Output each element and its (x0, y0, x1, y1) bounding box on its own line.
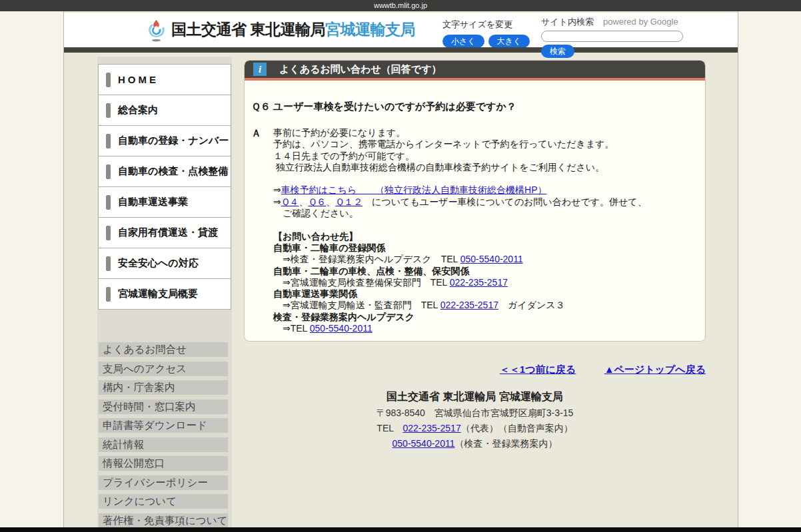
inline-link[interactable]: Ｑ６ (309, 196, 327, 207)
footer-org-name: 国土交通省 東北運輸局 宮城運輸支局 (244, 390, 706, 404)
menu-item-label: 自家用有償運送・貸渡 (118, 226, 218, 239)
answer-line: 予約は、パソコン、携帯電話からインターネットで予約を行っていただきます。 (273, 138, 647, 150)
inline-link[interactable]: 車検予約はこちら （独立行政法人自動車技術総合機構HP） (281, 184, 547, 195)
sidebar-sublinks: よくあるお問合せ支局へのアクセス構内・庁舎案内受付時間・窓口案内申請書等ダウンロ… (99, 342, 231, 532)
menu-item-label: 総合案内 (118, 104, 158, 117)
sidebar-menu-item[interactable]: 自家用有償運送・貸渡 (98, 217, 231, 248)
font-size-control: 文字サイズを変更 小さく 大きく (442, 19, 530, 48)
menu-item-label: 自動車運送事業 (118, 196, 188, 208)
answer-line: １４日先までの予約が可能です。 (273, 150, 647, 162)
menu-item-label: 宮城運輸支局概要 (118, 288, 198, 300)
answer-text: 事前に予約が必要になります。 (273, 127, 405, 138)
answer-text: 検査・登録業務案内ヘルプデスク (273, 312, 414, 322)
answer-text: ⇒TEL (273, 323, 310, 334)
answer-line: 検査・登録業務案内ヘルプデスク (273, 312, 647, 323)
answer-line: ⇒TEL 050-5540-2011 (273, 323, 647, 334)
sidebar-sublink[interactable]: 著作権・免責事項について (99, 513, 228, 528)
sidebar-menu-item[interactable]: 自動車の検査・点検整備 (98, 156, 231, 187)
inline-link[interactable]: Ｑ１２ (335, 196, 363, 207)
info-icon: i (253, 63, 267, 76)
sidebar-sublink[interactable]: 申請書等ダウンロード (99, 418, 228, 433)
header-separator-bar (64, 47, 738, 53)
sidebar-sublink[interactable]: 構内・庁舎案内 (99, 380, 228, 395)
answer-line: 【お問い合わせ先】 (273, 231, 647, 242)
search-button[interactable]: 検索 (541, 45, 574, 58)
footer-tel1-link[interactable]: 022-235-2517 (402, 423, 460, 433)
sidebar-menu-item[interactable]: 自動車の登録・ナンバー (98, 125, 231, 156)
answer-row: Ａ 事前に予約が必要になります。予約は、パソコン、携帯電話からインターネットで予… (251, 127, 696, 334)
footer-tel2-suffix: （検査・登録業務案内） (454, 438, 557, 449)
page-title: よくあるお問い合わせ（回答です） (279, 63, 442, 76)
back-link[interactable]: ＜＜1つ前に戻る (500, 364, 576, 375)
inline-link[interactable]: 050-5540-2011 (460, 254, 523, 264)
menu-item-label: 自動車の登録・ナンバー (118, 134, 229, 147)
menu-bullet-icon (106, 256, 111, 271)
site-wrapper: 国土交通省 東北運輸局宮城運輸支局 文字サイズを変更 小さく 大きく サイト内検… (63, 11, 738, 527)
qa-section: Ｑ６ ユーザー車検を受けたいのですが予約は必要ですか？ Ａ 事前に予約が必要にな… (245, 81, 705, 334)
site-title-black: 国土交通省 東北運輸局 (171, 21, 325, 38)
answer-line (273, 219, 647, 230)
sidebar-sublink[interactable]: よくあるお問合せ (99, 342, 228, 357)
answer-line: 独立行政法人自動車技術総合機構の自動車検査予約サイトをご利用ください。 (273, 162, 647, 173)
search-label: サイト内検索 (541, 17, 594, 27)
mlit-logo-icon (146, 17, 167, 42)
answer-line: 自動車・二輪車の車検、点検・整備、保安関係 (273, 266, 647, 277)
answer-text: ガイダンス３ (498, 300, 565, 310)
answer-text: 自動車・二輪車の車検、点検・整備、保安関係 (273, 266, 469, 276)
sidebar-sublink[interactable]: 統計情報 (99, 437, 228, 452)
sidebar-sublink[interactable]: リンクについて (99, 494, 228, 509)
footer-tel-line: TEL 022-235-2517（代表）（自動音声案内） (244, 423, 706, 435)
sidebar-sublink[interactable]: 支局へのアクセス (99, 362, 228, 376)
answer-text: １４日先までの予約が可能です。 (273, 150, 414, 161)
menu-item-label: HOME (118, 74, 159, 85)
sidebar-menu-item[interactable]: 自動車運送事業 (98, 186, 231, 218)
menu-bullet-icon (106, 195, 111, 210)
site-header: 国土交通省 東北運輸局宮城運輸支局 文字サイズを変更 小さく 大きく サイト内検… (64, 13, 738, 47)
answer-text: ⇒宮城運輸支局検査整備保安部門 TEL (273, 277, 450, 288)
sidebar-menu-item[interactable]: 宮城運輸支局概要 (98, 278, 231, 310)
sidebar-menu: HOME総合案内自動車の登録・ナンバー自動車の検査・点検整備自動車運送事業自家用… (97, 57, 232, 310)
faq-content-box: i よくあるお問い合わせ（回答です） Ｑ６ ユーザー車検を受けたいのですが予約は… (244, 60, 706, 342)
site-brand[interactable]: 国土交通省 東北運輸局宮城運輸支局 (146, 17, 415, 42)
sidebar-menu-item[interactable]: HOME (98, 64, 231, 95)
menu-bullet-icon (106, 134, 111, 148)
font-smaller-button[interactable]: 小さく (442, 35, 484, 48)
answer-line: 事前に予約が必要になります。 (273, 127, 647, 138)
answer-text: 【お問い合わせ先】 (273, 231, 358, 242)
menu-item-label: 安全安心への対応 (118, 257, 199, 270)
window-bottom-bar (0, 527, 801, 532)
footer-tel2-line: 050-5540-2011（検査・登録業務案内） (244, 438, 706, 450)
menu-bullet-icon (106, 73, 111, 87)
sidebar-sublink[interactable]: 情報公開窓口 (99, 456, 228, 471)
inline-link[interactable]: Ｑ４ (281, 196, 299, 207)
url-text: wwwtb.mlit.go.jp (374, 1, 427, 9)
footer: 国土交通省 東北運輸局 宮城運輸支局 〒983-8540 宮城県仙台市宮城野区扇… (244, 390, 706, 450)
sidebar-sublink[interactable]: プライバシーポリシー (99, 475, 228, 490)
font-larger-button[interactable]: 大きく (488, 35, 530, 48)
question-text: Ｑ６ ユーザー車検を受けたいのですが予約は必要ですか？ (251, 101, 696, 113)
answer-line: ⇒検査・登録業務案内ヘルプデスク TEL 050-5540-2011 (273, 254, 647, 265)
answer-body: 事前に予約が必要になります。予約は、パソコン、携帯電話からインターネットで予約を… (273, 127, 647, 334)
page-top-link[interactable]: ▲ページトップへ戻る (604, 364, 706, 375)
answer-text: 独立行政法人自動車技術総合機構の自動車検査予約サイトをご利用ください。 (273, 162, 604, 172)
answer-line: 自動車運送事業関係 (273, 288, 647, 300)
answer-text: 、 (326, 196, 335, 207)
font-size-label: 文字サイズを変更 (442, 19, 530, 31)
answer-text: ⇒検査・登録業務案内ヘルプデスク TEL (273, 254, 460, 264)
answer-text: 自動車運送事業関係 (273, 288, 357, 299)
sidebar-menu-item[interactable]: 安全安心への対応 (98, 248, 231, 279)
answer-line (273, 173, 647, 184)
site-title-blue: 宮城運輸支局 (325, 21, 415, 38)
answer-text: ⇒宮城運輸支局輸送・監査部門 TEL (273, 300, 440, 310)
answer-line: 自動車・二輪車の登録関係 (273, 242, 647, 254)
sidebar-sublink[interactable]: 受付時間・窓口案内 (99, 399, 228, 414)
site-search-input[interactable] (541, 31, 683, 42)
menu-item-label: 自動車の検査・点検整備 (118, 165, 228, 178)
answer-text: についてもユーザー車検についてのお問い合わせです。併せて、 (363, 196, 647, 207)
sidebar-menu-item[interactable]: 総合案内 (98, 95, 231, 126)
inline-link[interactable]: 022-235-2517 (440, 300, 498, 310)
inline-link[interactable]: 022-235-2517 (450, 277, 508, 288)
footer-tel2-link[interactable]: 050-5540-2011 (393, 438, 455, 449)
inline-link[interactable]: 050-5540-2011 (310, 323, 373, 334)
site-title: 国土交通省 東北運輸局宮城運輸支局 (171, 19, 415, 40)
